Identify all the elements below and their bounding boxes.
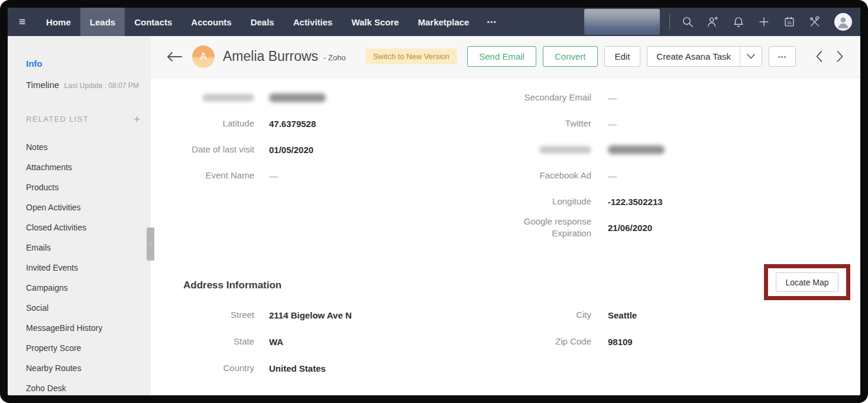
detail-value-secondary-email: — [608,84,860,110]
related-list-title: RELATED LIST [26,115,89,124]
address-value-country: United States [269,355,481,382]
address-value-state: WA [269,329,481,355]
tools-icon[interactable] [808,15,822,29]
navbar-icons: 31 [681,15,833,29]
sidebar-item-info[interactable]: Info [26,58,151,69]
nav-item-deals[interactable]: Deals [241,8,284,36]
sidebar-item-messagebird-history[interactable]: MessageBird History [26,318,151,338]
calendar-icon[interactable]: 31 [782,15,796,29]
detail-redacted-label [183,84,269,110]
previous-record-button[interactable] [811,49,827,64]
convert-button[interactable]: Convert [543,46,598,67]
address-grid: Street2114 Bigelow Ave NCitySeattleState… [183,302,860,382]
header-actions: Switch to New Version Send Email Convert… [365,46,847,67]
nav-item-leads[interactable]: Leads [80,8,125,36]
address-label-city: City [481,302,608,329]
address-label-zip-code: Zip Code [481,329,608,355]
detail-empty [269,188,481,214]
sidebar-item-open-activities[interactable]: Open Activities [26,197,151,217]
detail-redacted-value [269,84,481,110]
sidebar: Info Timeline Last Update : 08:07 PM REL… [8,36,151,395]
redacted-value [269,93,326,102]
nav-more-button[interactable]: ••• [478,8,505,36]
nav-item-marketplace[interactable]: Marketplace [409,8,479,36]
detail-label-twitter: Twitter [481,110,608,136]
more-actions-button[interactable]: ••• [769,46,796,67]
detail-empty [183,214,269,240]
sidebar-item-emails[interactable]: Emails [26,238,151,258]
detail-value-twitter: — [608,110,860,136]
redacted-value [608,145,665,154]
sidebar-item-timeline[interactable]: Timeline Last Update : 08:07 PM [26,80,151,90]
detail-value-facebook-ad: — [608,162,860,188]
switch-to-new-version-button[interactable]: Switch to New Version [365,48,457,64]
nav-item-walk-score[interactable]: Walk Score [342,8,408,36]
sidebar-item-zoho-desk[interactable]: Zoho Desk [26,378,151,398]
detail-label-secondary-email: Secondary Email [481,84,608,110]
detail-redacted-value [608,136,860,162]
related-list-add-button[interactable]: + [134,113,140,125]
navbar-divider [669,14,670,30]
sidebar-item-property-score[interactable]: Property Score [26,338,151,358]
detail-empty [183,188,269,214]
create-asana-task-split-button: Create Asana Task [647,46,762,67]
svg-text:31: 31 [787,20,792,25]
details-grid: Secondary Email—Latitude47.6379528Twitte… [183,84,860,240]
top-navbar: ≡ HomeLeadsContactsAccountsDealsActiviti… [8,8,860,36]
detail-label-latitude: Latitude [183,110,269,136]
redacted-label [539,146,591,154]
sidebar-item-products[interactable]: Products [26,177,151,197]
sidebar-collapse-handle[interactable]: ‹ [147,228,154,261]
chevron-down-icon[interactable] [740,47,762,66]
sidebar-item-invited-events[interactable]: Invited Events [26,258,151,278]
record-avatar: A [192,46,215,68]
send-email-button[interactable]: Send Email [467,46,536,67]
address-empty [608,355,860,382]
record-subtitle: - Zoho [323,53,346,62]
detail-label-longitude: Longitude [481,188,608,214]
record-header: A Amelia Burrows - Zoho Switch to New Ve… [151,36,860,77]
user-avatar[interactable] [834,13,852,31]
detail-label-date-of-last-visit: Date of last visit [183,136,269,162]
record-title: Amelia Burrows [223,48,318,64]
hamburger-menu-icon[interactable]: ≡ [8,8,37,36]
timeline-label: Timeline [26,80,59,90]
address-label-state: State [183,329,269,355]
detail-label-google-response-expiration: Google response Expiration [481,214,608,240]
main-content: A Amelia Burrows - Zoho Switch to New Ve… [151,36,860,395]
record-body: Secondary Email—Latitude47.6379528Twitte… [151,77,860,395]
back-arrow-icon[interactable] [166,51,184,62]
sidebar-item-closed-activities[interactable]: Closed Activities [26,217,151,238]
address-empty [481,355,608,382]
nav-item-contacts[interactable]: Contacts [125,8,182,36]
address-label-street: Street [183,302,269,329]
nav-items: HomeLeadsContactsAccountsDealsActivities… [37,8,478,36]
sidebar-item-notes[interactable]: Notes [26,137,151,157]
add-user-icon[interactable] [706,15,720,29]
sidebar-item-campaigns[interactable]: Campaigns [26,278,151,298]
detail-label-event-name: Event Name [183,162,269,188]
notification-bell-icon[interactable] [731,15,746,29]
related-list-header: RELATED LIST + [26,113,151,125]
sidebar-item-attachments[interactable]: Attachments [26,157,151,177]
detail-label-facebook-ad: Facebook Ad [481,162,608,188]
create-asana-task-button[interactable]: Create Asana Task [647,47,740,66]
detail-value-longitude: -122.3502213 [608,188,860,214]
locate-map-button[interactable]: Locate Map [776,272,838,292]
edit-button[interactable]: Edit [604,46,641,67]
detail-empty [269,214,481,240]
nav-item-activities[interactable]: Activities [284,8,342,36]
search-icon[interactable] [681,15,695,29]
nav-item-accounts[interactable]: Accounts [182,8,241,36]
sidebar-item-social[interactable]: Social [26,298,151,318]
address-value-zip-code: 98109 [608,329,860,355]
add-icon[interactable] [757,15,771,29]
sidebar-item-nearby-routes[interactable]: Nearby Routes [26,358,151,378]
redacted-label [202,94,254,102]
related-list-items: NotesAttachmentsProductsOpen ActivitiesC… [26,137,151,398]
nav-item-home[interactable]: Home [37,8,80,36]
timeline-last-update: Last Update : 08:07 PM [64,82,139,90]
app-window: ≡ HomeLeadsContactsAccountsDealsActiviti… [0,0,868,403]
next-record-button[interactable] [832,49,847,64]
address-section-title: Address Information [183,280,860,291]
